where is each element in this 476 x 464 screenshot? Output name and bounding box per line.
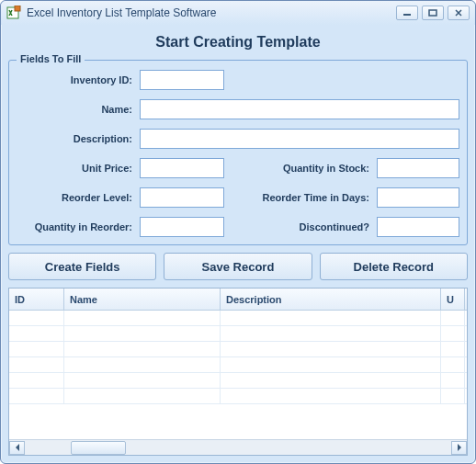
- create-fields-button[interactable]: Create Fields: [8, 253, 156, 280]
- cell: [441, 342, 465, 356]
- cell: [9, 357, 64, 372]
- client-area: Start Creating Template Fields To Fill I…: [1, 25, 475, 463]
- grid-body: [9, 311, 467, 439]
- reorder-time-input[interactable]: [377, 187, 459, 208]
- cell: [64, 357, 221, 372]
- cell: [9, 389, 64, 403]
- discontinued-input[interactable]: [377, 217, 459, 237]
- label-qty-stock: Quantity in Stock:: [252, 163, 371, 174]
- cell: [221, 311, 441, 325]
- label-discontinued: Discontinued?: [252, 221, 371, 232]
- label-name: Name:: [17, 104, 134, 115]
- fields-to-fill-group: Fields To Fill Inventory ID: Name: Descr…: [8, 60, 468, 245]
- cell: [9, 311, 64, 325]
- scroll-right-arrow[interactable]: [451, 441, 467, 455]
- label-reorder-level: Reorder Level:: [17, 192, 134, 203]
- window-title: Excel Inventory List Template Software: [27, 6, 396, 19]
- qty-stock-input[interactable]: [377, 158, 459, 178]
- column-header-desc[interactable]: Description: [221, 289, 441, 310]
- cell: [441, 357, 465, 372]
- button-row: Create Fields Save Record Delete Record: [8, 253, 468, 280]
- table-row[interactable]: [9, 389, 467, 404]
- cell: [64, 311, 221, 325]
- cell: [221, 373, 441, 388]
- table-row[interactable]: [9, 342, 467, 357]
- inventory-id-input[interactable]: [140, 70, 224, 90]
- qty-reorder-input[interactable]: [140, 217, 224, 237]
- column-header-name[interactable]: Name: [64, 289, 221, 310]
- svg-rect-3: [429, 10, 436, 16]
- cell: [221, 342, 441, 356]
- column-header-id[interactable]: ID: [9, 289, 64, 310]
- fieldset-legend: Fields To Fill: [17, 53, 85, 64]
- scroll-track[interactable]: [25, 441, 451, 455]
- titlebar[interactable]: Excel Inventory List Template Software: [1, 1, 475, 25]
- cell: [9, 326, 64, 341]
- unit-price-input[interactable]: [140, 158, 224, 178]
- cell: [441, 389, 465, 403]
- table-row[interactable]: [9, 373, 467, 389]
- cell: [64, 389, 221, 403]
- maximize-button[interactable]: [422, 6, 444, 20]
- label-unit-price: Unit Price:: [17, 163, 134, 174]
- close-button[interactable]: [448, 6, 470, 20]
- label-reorder-time: Reorder Time in Days:: [252, 192, 371, 203]
- cell: [64, 373, 221, 388]
- cell: [221, 326, 441, 341]
- column-header-u[interactable]: U: [441, 289, 465, 310]
- records-grid: IDNameDescriptionU: [8, 288, 468, 456]
- table-row[interactable]: [9, 357, 467, 373]
- table-row[interactable]: [9, 311, 467, 326]
- cell: [221, 389, 441, 403]
- label-description: Description:: [17, 133, 134, 144]
- cell: [441, 373, 465, 388]
- horizontal-scrollbar[interactable]: [9, 439, 467, 455]
- label-qty-reorder: Quantity in Reorder:: [17, 221, 134, 232]
- cell: [9, 373, 64, 388]
- name-input[interactable]: [140, 99, 459, 119]
- scroll-left-arrow[interactable]: [9, 441, 25, 455]
- cell: [64, 326, 221, 341]
- reorder-level-input[interactable]: [140, 187, 224, 208]
- app-icon: [6, 6, 21, 20]
- svg-rect-1: [15, 6, 20, 11]
- save-record-button[interactable]: Save Record: [164, 253, 312, 280]
- cell: [64, 342, 221, 356]
- label-inventory-id: Inventory ID:: [17, 74, 134, 85]
- cell: [221, 357, 441, 372]
- minimize-button[interactable]: [396, 6, 418, 20]
- table-row[interactable]: [9, 326, 467, 342]
- window-controls: [396, 6, 470, 20]
- description-input[interactable]: [140, 129, 459, 149]
- page-heading: Start Creating Template: [8, 32, 468, 54]
- delete-record-button[interactable]: Delete Record: [320, 253, 468, 280]
- app-window: Excel Inventory List Template Software S…: [0, 0, 476, 464]
- cell: [9, 342, 64, 356]
- scroll-thumb[interactable]: [71, 441, 126, 455]
- grid-header: IDNameDescriptionU: [9, 289, 467, 311]
- cell: [441, 311, 465, 325]
- cell: [441, 326, 465, 341]
